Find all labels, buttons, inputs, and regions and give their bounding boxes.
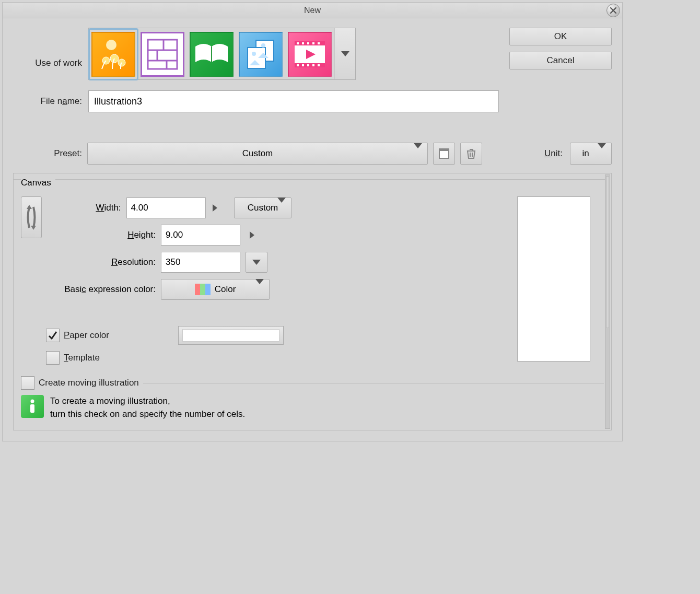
arrow-right-icon — [250, 231, 254, 239]
resolution-dropdown[interactable] — [246, 252, 267, 273]
svg-rect-11 — [295, 63, 325, 67]
svg-point-24 — [31, 400, 34, 403]
template-checkbox[interactable] — [46, 351, 60, 365]
chevron-down-icon — [277, 197, 286, 213]
svg-rect-17 — [297, 64, 299, 66]
preset-value: Custom — [242, 148, 273, 159]
template-label: Template — [64, 353, 100, 363]
color-swatch-icon — [195, 284, 211, 295]
titlebar: New — [3, 3, 622, 18]
height-label: Height: — [46, 230, 156, 240]
chevron-down-icon — [598, 143, 606, 158]
svg-rect-10 — [295, 41, 325, 45]
unit-value: in — [582, 148, 589, 159]
svg-rect-15 — [312, 42, 314, 44]
vertical-scrollbar[interactable] — [605, 174, 610, 429]
file-name-input[interactable] — [88, 90, 499, 112]
chevron-down-icon — [341, 51, 349, 56]
dialog-title: New — [304, 6, 321, 15]
scrollbar-thumb[interactable] — [606, 176, 609, 328]
svg-rect-25 — [30, 404, 34, 413]
book-icon — [193, 41, 230, 67]
preset-label: Preset: — [13, 148, 82, 159]
moving-illustration-label: Create moving illustration — [39, 378, 139, 388]
paper-color-checkbox[interactable] — [46, 329, 60, 342]
height-arrow-button[interactable] — [246, 229, 258, 241]
svg-rect-4 — [148, 40, 177, 69]
comic-panels-icon — [146, 38, 179, 71]
new-dialog: New Use of work — [2, 2, 623, 441]
file-name-label: File name: — [13, 96, 82, 107]
basic-color-value: Color — [215, 284, 236, 295]
svg-rect-14 — [307, 42, 309, 44]
svg-rect-20 — [312, 64, 314, 66]
svg-rect-18 — [302, 64, 304, 66]
canvas-title: Canvas — [21, 178, 55, 188]
width-label: Width: — [46, 203, 121, 213]
svg-rect-13 — [302, 42, 304, 44]
svg-point-8 — [252, 52, 256, 56]
work-printing[interactable] — [237, 29, 285, 79]
svg-point-0 — [106, 40, 116, 50]
work-illustration[interactable] — [89, 29, 137, 79]
resolution-input[interactable] — [161, 252, 240, 273]
size-preset-value: Custom — [248, 203, 278, 213]
moving-illustration-info: To create a moving illustration, turn th… — [50, 395, 245, 421]
trash-icon — [465, 147, 477, 160]
preset-save-button[interactable] — [433, 143, 455, 165]
use-of-work-group — [88, 28, 356, 80]
canvas-group: Canvas Width: — [13, 173, 612, 430]
close-button[interactable] — [606, 4, 620, 17]
width-arrow-button[interactable] — [211, 202, 219, 214]
ok-button[interactable]: OK — [509, 28, 612, 45]
cancel-button[interactable]: Cancel — [509, 52, 612, 69]
preset-select[interactable]: Custom — [87, 143, 428, 165]
svg-rect-19 — [307, 64, 309, 66]
work-comic[interactable] — [138, 29, 186, 79]
svg-rect-16 — [318, 42, 320, 44]
close-icon — [610, 7, 617, 14]
chevron-down-icon — [414, 143, 422, 158]
resolution-label: Resolution: — [46, 257, 156, 267]
unit-select[interactable]: in — [570, 143, 612, 165]
svg-rect-23 — [439, 149, 449, 151]
work-animation[interactable] — [286, 29, 334, 79]
paper-color-label: Paper color — [64, 330, 109, 341]
register-preset-icon — [438, 147, 450, 160]
use-of-work-label: Use of work — [13, 39, 82, 68]
basic-color-label: Basic expression color: — [46, 284, 156, 295]
width-input[interactable] — [126, 197, 206, 218]
height-input[interactable] — [161, 225, 240, 246]
moving-illustration-checkbox[interactable] — [21, 376, 34, 390]
arrow-right-icon — [213, 204, 217, 212]
swap-arrows-icon — [25, 202, 38, 233]
svg-point-7 — [261, 43, 265, 48]
svg-rect-12 — [297, 42, 299, 44]
swatch-white — [182, 329, 279, 342]
video-icon — [291, 38, 328, 71]
chevron-down-icon — [255, 279, 264, 294]
check-icon — [48, 330, 58, 341]
pages-icon — [242, 36, 279, 73]
basic-color-select[interactable]: Color — [161, 279, 270, 300]
preset-delete-button[interactable] — [460, 143, 482, 165]
illustration-icon — [97, 38, 130, 71]
paper-color-swatch[interactable] — [178, 326, 284, 345]
svg-rect-21 — [318, 64, 320, 66]
swap-orientation-button[interactable] — [21, 196, 42, 238]
chevron-down-icon — [252, 260, 261, 265]
size-preset-select[interactable]: Custom — [234, 197, 291, 218]
work-more-button[interactable] — [334, 28, 355, 79]
info-icon — [21, 395, 44, 418]
unit-label: Unit: — [544, 148, 563, 159]
canvas-preview — [517, 196, 590, 362]
work-book[interactable] — [188, 29, 236, 79]
